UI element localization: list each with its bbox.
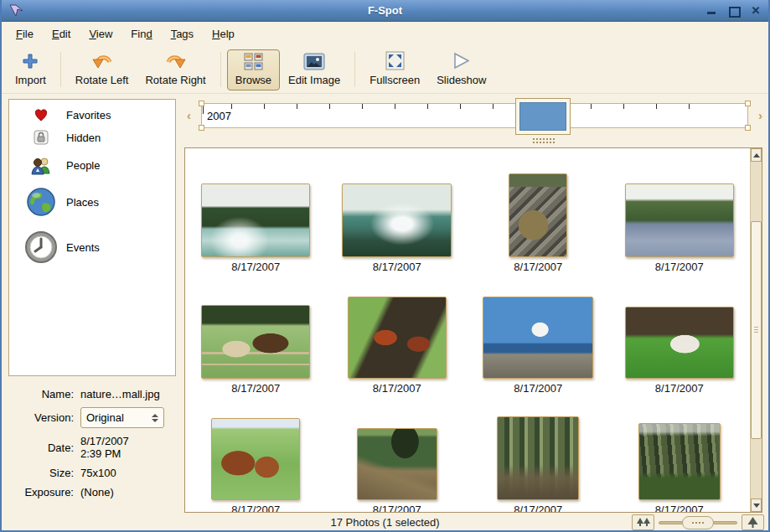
- vertical-scrollbar[interactable]: [750, 148, 762, 512]
- photo-thumbnail-ponies[interactable]: [201, 305, 310, 379]
- timeline-range-slider[interactable]: [515, 98, 571, 135]
- photo-thumbnail-park-path[interactable]: [357, 428, 437, 500]
- tag-label-places: Places: [66, 196, 99, 209]
- edit-image-button[interactable]: Edit Image: [280, 49, 349, 90]
- timeline-tick: [689, 104, 690, 109]
- exposure-label: Exposure:: [2, 486, 74, 498]
- photo-grid-area: 8/17/20078/17/20078/17/20078/17/20078/17…: [184, 147, 762, 513]
- sidebar: Favorites Hidden People Places Events: [2, 94, 178, 513]
- rotate-right-icon: [165, 50, 187, 70]
- timeline-handle[interactable]: [199, 101, 204, 106]
- photo-info-panel: Name: nature…mall.jpg Version: Original …: [2, 376, 178, 498]
- thumbnail-zoom-controls: [632, 514, 768, 530]
- tag-row-events[interactable]: Events: [9, 223, 175, 271]
- menu-item-find[interactable]: Find: [121, 23, 161, 44]
- timeline-tick: [264, 104, 265, 109]
- slideshow-play-icon: [451, 51, 472, 70]
- scroll-up-button[interactable]: [751, 148, 762, 162]
- rotate-left-button[interactable]: Rotate Left: [67, 49, 137, 90]
- scrollbar-thumb[interactable]: [751, 221, 762, 439]
- tag-row-places[interactable]: Places: [9, 181, 175, 223]
- zoom-in-button[interactable]: [742, 514, 764, 530]
- timeline-handle[interactable]: [745, 101, 751, 106]
- tag-row-people[interactable]: People: [9, 149, 175, 181]
- size-value: 75x100: [80, 467, 116, 479]
- timeline: ‹ 2007 ›: [178, 94, 768, 147]
- clock-icon: [24, 230, 58, 264]
- photo-date-label: 8/17/2007: [655, 261, 704, 273]
- menu-item-tags[interactable]: Tags: [162, 23, 203, 44]
- photo-thumbnail-forest[interactable]: [638, 423, 721, 500]
- timeline-tick: [656, 104, 657, 109]
- timeline-handle[interactable]: [199, 125, 204, 131]
- photo-thumbnail-goat[interactable]: [625, 307, 734, 379]
- photo-date-label: 8/17/2007: [514, 261, 562, 273]
- import-button[interactable]: Import: [7, 49, 54, 90]
- version-dropdown[interactable]: Original: [80, 407, 164, 428]
- timeline-strip[interactable]: 2007: [201, 103, 748, 128]
- photo-date-label: 8/17/2007: [231, 382, 280, 395]
- statusbar: 17 Photos (1 selected): [2, 513, 768, 532]
- photo-date-label: 8/17/2007: [655, 382, 704, 395]
- up-arrow-icon: [753, 153, 760, 158]
- timeline-tick: [623, 104, 624, 109]
- timeline-slider-grip[interactable]: [533, 138, 555, 143]
- browse-grid-icon: [244, 53, 263, 70]
- photo-thumbnail-forest-path[interactable]: [497, 416, 579, 500]
- photo-cell: 8/17/2007: [185, 395, 327, 512]
- timeline-year-label: 2007: [207, 110, 231, 122]
- fullscreen-button[interactable]: Fullscreen: [361, 49, 428, 90]
- timeline-right-arrow[interactable]: ›: [758, 108, 762, 122]
- heart-icon: [33, 107, 49, 122]
- time-value: 2:39 PM: [80, 447, 129, 460]
- photo-thumbnail-river[interactable]: [201, 183, 310, 257]
- photo-cell: 8/17/2007: [609, 273, 751, 395]
- zoom-out-button[interactable]: [632, 514, 654, 530]
- photo-date-label: 8/17/2007: [373, 382, 421, 395]
- tag-row-favorites[interactable]: Favorites: [9, 104, 175, 126]
- photo-thumbnail-falls[interactable]: [342, 183, 452, 257]
- menu-item-help[interactable]: Help: [203, 23, 244, 44]
- browse-label: Browse: [235, 74, 271, 86]
- timeline-tick: [427, 104, 428, 109]
- toolbar-separator: [220, 52, 221, 87]
- photo-date-label: 8/17/2007: [514, 504, 562, 512]
- rotate-right-button[interactable]: Rotate Right: [137, 49, 214, 90]
- rotate-left-label: Rotate Left: [75, 74, 129, 86]
- photo-thumbnail-pelican[interactable]: [483, 297, 593, 379]
- menubar-items: FileEditViewFindTagsHelp: [2, 22, 768, 46]
- slider-handle[interactable]: [682, 516, 714, 529]
- photo-thumbnail-roosters[interactable]: [348, 297, 447, 379]
- exposure-value: (None): [80, 486, 114, 498]
- fspot-window: F-Spot ✕ FileEditViewFindTagsHelp Import…: [0, 0, 770, 532]
- photo-cell: 8/17/2007: [327, 152, 468, 273]
- menu-item-edit[interactable]: Edit: [43, 23, 80, 44]
- timeline-tick: [297, 104, 297, 109]
- timeline-left-arrow[interactable]: ‹: [187, 108, 191, 122]
- timeline-tick: [329, 104, 330, 109]
- tag-row-hidden[interactable]: Hidden: [9, 126, 175, 149]
- photo-cell: 8/17/2007: [468, 152, 609, 273]
- photo-cell: 8/17/2007: [185, 152, 327, 273]
- rotate-right-label: Rotate Right: [145, 74, 205, 86]
- photo-thumbnail-lake[interactable]: [625, 183, 734, 257]
- minimize-button[interactable]: [706, 6, 718, 16]
- menu-item-view[interactable]: View: [80, 23, 121, 44]
- menu-item-file[interactable]: File: [7, 23, 43, 44]
- photo-cell: 8/17/2007: [327, 273, 468, 395]
- edit-image-icon: [303, 53, 325, 70]
- close-button[interactable]: ✕: [750, 6, 762, 16]
- thumbnail-size-slider[interactable]: [659, 515, 737, 530]
- maximize-button[interactable]: [728, 6, 740, 16]
- photo-cell: 8/17/2007: [609, 152, 751, 273]
- titlebar[interactable]: F-Spot ✕: [2, 0, 768, 22]
- timeline-handle[interactable]: [745, 125, 751, 131]
- globe-icon: [26, 187, 56, 217]
- scroll-down-button[interactable]: [751, 498, 762, 512]
- photo-thumbnail-cows[interactable]: [211, 418, 300, 500]
- slideshow-button[interactable]: Slideshow: [428, 49, 494, 90]
- fullscreen-icon: [385, 51, 405, 70]
- browse-button[interactable]: Browse: [227, 49, 280, 90]
- photo-thumbnail-boulder[interactable]: [509, 173, 567, 257]
- photo-grid: 8/17/20078/17/20078/17/20078/17/20078/17…: [185, 148, 750, 512]
